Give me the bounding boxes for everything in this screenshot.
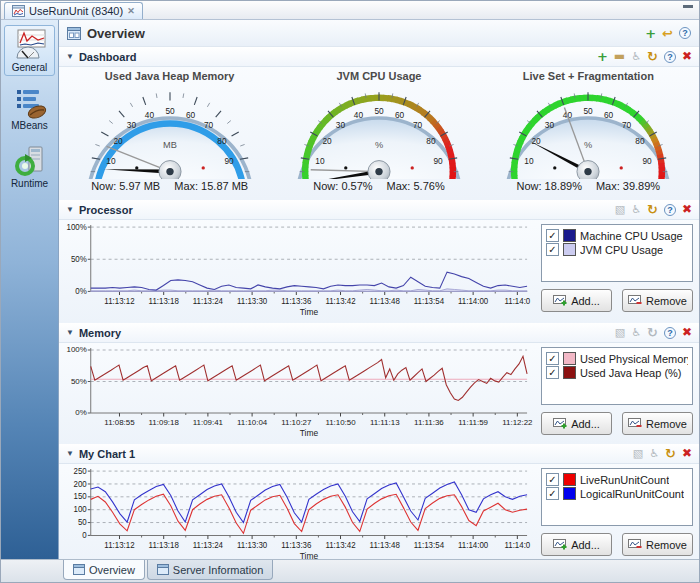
accessibility-icon: ♿ bbox=[631, 327, 641, 338]
refresh-icon[interactable]: ↻ bbox=[647, 327, 658, 338]
svg-text:200: 200 bbox=[74, 479, 88, 488]
help-icon[interactable]: ? bbox=[664, 51, 676, 63]
my-chart-panel: ✓ LiveRunUnitCount ✓ LogicalRunUnitCount bbox=[541, 466, 693, 565]
remove-attribute-button[interactable]: Remove bbox=[622, 289, 693, 312]
remove-attribute-button[interactable]: Remove bbox=[622, 412, 693, 435]
add-attribute-button[interactable]: Add... bbox=[541, 289, 612, 312]
add-button-label: Add... bbox=[571, 539, 600, 551]
add-attribute-button[interactable]: Add... bbox=[541, 412, 612, 435]
editor-tab-bar: UseRunUnit (8340) ✕ bbox=[1, 1, 699, 20]
collapse-arrow-icon[interactable]: ▼ bbox=[66, 52, 74, 61]
help-icon[interactable]: ? bbox=[679, 27, 691, 39]
svg-text:150: 150 bbox=[74, 492, 88, 501]
svg-text:50%: 50% bbox=[71, 255, 87, 264]
minimize-icon[interactable] bbox=[683, 5, 693, 8]
tab-overview[interactable]: Overview bbox=[63, 560, 145, 580]
svg-text:30: 30 bbox=[126, 120, 136, 130]
reset-icon[interactable]: ↩ bbox=[662, 28, 673, 39]
series-swatch bbox=[563, 473, 576, 486]
help-icon[interactable]: ? bbox=[664, 327, 676, 339]
chart-locked-icon: ▧ bbox=[633, 448, 643, 459]
chart-locked-icon: ▧ bbox=[615, 327, 625, 338]
close-section-icon[interactable]: ✖ bbox=[682, 51, 692, 62]
gauge-jvm-cpu: 0102030405060708090100% bbox=[279, 83, 479, 179]
svg-text:40: 40 bbox=[145, 110, 155, 120]
series-label: JVM CPU Usage bbox=[580, 244, 663, 256]
accessibility-icon: ♿ bbox=[631, 51, 641, 62]
close-section-icon[interactable]: ✖ bbox=[682, 327, 692, 338]
series-label: Machine CPU Usage bbox=[580, 230, 683, 242]
checkbox[interactable]: ✓ bbox=[546, 229, 559, 242]
svg-text:10: 10 bbox=[315, 156, 325, 166]
editor-tab-userununit[interactable]: UseRunUnit (8340) ✕ bbox=[4, 2, 143, 19]
gauge-block-heap: Used Java Heap Memory 010203040506070809… bbox=[65, 69, 274, 192]
refresh-icon[interactable]: ↻ bbox=[647, 51, 658, 62]
sidebar-item-label: Runtime bbox=[11, 178, 48, 189]
svg-text:50: 50 bbox=[584, 106, 594, 116]
close-section-icon[interactable]: ✖ bbox=[682, 448, 692, 459]
add-gauge-icon[interactable]: + bbox=[597, 51, 608, 62]
refresh-icon[interactable]: ↻ bbox=[665, 448, 676, 459]
svg-text:50: 50 bbox=[374, 106, 384, 116]
gauge-row: Used Java Heap Memory 010203040506070809… bbox=[59, 67, 699, 200]
add-chart-icon[interactable]: + bbox=[645, 28, 656, 39]
add-button-label: Add... bbox=[571, 418, 600, 430]
svg-text:11:11:13: 11:11:13 bbox=[370, 418, 400, 427]
svg-text:90: 90 bbox=[433, 156, 443, 166]
sidebar-item-mbeans[interactable]: MBeans bbox=[4, 83, 55, 134]
runtime-icon bbox=[13, 145, 47, 177]
gauge-now-value: Now: 18.89% bbox=[517, 180, 582, 192]
svg-text:11:13:48: 11:13:48 bbox=[370, 297, 401, 306]
help-icon[interactable]: ? bbox=[664, 204, 676, 216]
refresh-icon[interactable]: ↻ bbox=[647, 204, 658, 215]
tab-label: Server Information bbox=[173, 564, 263, 576]
svg-text:60: 60 bbox=[186, 110, 196, 120]
checkbox[interactable]: ✓ bbox=[546, 352, 559, 365]
remove-button-label: Remove bbox=[646, 295, 687, 307]
remove-gauge-icon[interactable]: ▬ bbox=[614, 51, 625, 62]
sidebar-item-runtime[interactable]: Runtime bbox=[4, 141, 55, 192]
series-label: LiveRunUnitCount bbox=[580, 474, 669, 486]
processor-chart: 0%50%100%11:13:1211:13:1811:13:2411:13:3… bbox=[61, 222, 535, 321]
svg-text:11:13:54: 11:13:54 bbox=[414, 297, 445, 306]
svg-text:0%: 0% bbox=[75, 287, 86, 296]
collapse-arrow-icon[interactable]: ▼ bbox=[66, 328, 74, 337]
my-chart-1-chart: 05010015020025011:13:1211:13:1811:13:241… bbox=[61, 466, 535, 565]
svg-text:100%: 100% bbox=[67, 223, 87, 232]
server-info-tab-icon bbox=[157, 564, 169, 575]
svg-text:0: 0 bbox=[108, 177, 113, 179]
section-memory: ▼ Memory ▧ ♿ ↻ ? ✖ 0%50%100%11:08:5511:0… bbox=[59, 323, 699, 444]
section-dashboard: ▼ Dashboard + ▬ ♿ ↻ ? ✖ Used Java Heap M… bbox=[59, 47, 699, 200]
svg-text:100: 100 bbox=[74, 505, 88, 514]
checkbox[interactable]: ✓ bbox=[546, 243, 559, 256]
checkbox[interactable]: ✓ bbox=[546, 473, 559, 486]
collapse-arrow-icon[interactable]: ▼ bbox=[66, 449, 74, 458]
accessibility-icon: ♿ bbox=[631, 204, 641, 215]
svg-text:11:12:22: 11:12:22 bbox=[502, 418, 533, 427]
remove-attribute-button[interactable]: Remove bbox=[622, 533, 693, 556]
svg-text:10: 10 bbox=[525, 156, 535, 166]
overview-icon bbox=[67, 27, 81, 40]
sidebar-item-general[interactable]: General bbox=[4, 25, 55, 76]
checkbox[interactable]: ✓ bbox=[546, 487, 559, 500]
bottom-tab-bar: Overview Server Information bbox=[1, 559, 699, 582]
svg-text:11:09:18: 11:09:18 bbox=[149, 418, 180, 427]
svg-text:Time: Time bbox=[300, 307, 319, 317]
svg-text:11:14:0: 11:14:0 bbox=[504, 297, 530, 306]
gauge-block-liveset: Live Set + Fragmentation 010203040506070… bbox=[484, 69, 693, 192]
checkbox[interactable]: ✓ bbox=[546, 366, 559, 379]
tab-close-icon[interactable]: ✕ bbox=[127, 6, 135, 16]
svg-text:50%: 50% bbox=[71, 377, 87, 386]
chart-remove-icon bbox=[628, 418, 642, 430]
add-attribute-button[interactable]: Add... bbox=[541, 533, 612, 556]
svg-text:40: 40 bbox=[354, 110, 364, 120]
collapse-arrow-icon[interactable]: ▼ bbox=[66, 205, 74, 214]
tab-server-information[interactable]: Server Information bbox=[147, 560, 273, 580]
svg-text:80: 80 bbox=[426, 136, 436, 146]
mbeans-icon bbox=[13, 87, 47, 119]
close-section-icon[interactable]: ✖ bbox=[682, 204, 692, 215]
legend-item: ✓ Used Java Heap (%) bbox=[546, 366, 688, 379]
remove-button-label: Remove bbox=[646, 418, 687, 430]
page-title: Overview bbox=[87, 26, 145, 41]
processor-panel: ✓ Machine CPU Usage ✓ JVM CPU Usage bbox=[541, 222, 693, 321]
